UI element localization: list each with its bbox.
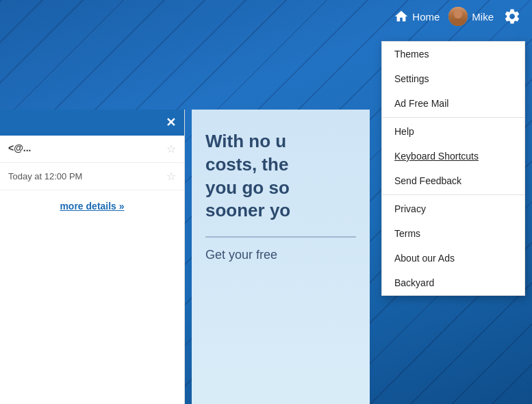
dropdown-item-themes[interactable]: Themes: [382, 42, 524, 66]
dropdown-item-keyboard-shortcuts[interactable]: Keyboard Shortcuts: [382, 144, 524, 168]
main-headline: With no ucosts, theyou go sosooner yo: [205, 130, 356, 223]
dropdown-item-help[interactable]: Help: [382, 119, 524, 144]
home-icon: [394, 9, 409, 24]
gear-icon: [503, 8, 521, 25]
dropdown-item-send-feedback[interactable]: Send Feedback: [382, 168, 524, 193]
more-details-link[interactable]: more details »: [60, 201, 124, 212]
user-menu[interactable]: Mike: [448, 7, 494, 26]
star-icon[interactable]: ☆: [166, 142, 176, 155]
home-label: Home: [412, 11, 440, 23]
user-name-label: Mike: [472, 11, 494, 23]
email-time-label: Today at 12:00 PM: [8, 171, 82, 181]
email-time-row: Today at 12:00 PM ☆: [0, 163, 184, 190]
main-content-area: With no ucosts, theyou go sosooner yo Ge…: [192, 110, 370, 404]
star-icon-2[interactable]: ☆: [166, 170, 176, 183]
settings-dropdown: Themes Settings Ad Free Mail Help Keyboa…: [381, 41, 525, 296]
avatar: [448, 7, 468, 26]
content-subtitle: Get your free: [205, 248, 356, 262]
dropdown-item-privacy[interactable]: Privacy: [382, 197, 524, 221]
dropdown-item-terms[interactable]: Terms: [382, 221, 524, 246]
close-button[interactable]: ✕: [166, 115, 176, 130]
settings-button[interactable]: [503, 7, 522, 26]
more-details-section: more details »: [0, 190, 184, 222]
dropdown-item-about-ads[interactable]: About our Ads: [382, 246, 524, 270]
email-panel: ✕ <@... ☆ Today at 12:00 PM ☆ more detai…: [0, 110, 185, 404]
email-item-from[interactable]: <@... ☆: [0, 136, 184, 163]
dropdown-divider-2: [382, 194, 524, 195]
dropdown-item-settings[interactable]: Settings: [382, 66, 524, 91]
dropdown-divider-1: [382, 117, 524, 118]
dropdown-item-backyard[interactable]: Backyard: [382, 270, 524, 295]
top-navigation: Home Mike: [383, 0, 532, 33]
panel-header: ✕: [0, 110, 184, 136]
home-link[interactable]: Home: [394, 9, 440, 24]
dropdown-item-ad-free-mail[interactable]: Ad Free Mail: [382, 91, 524, 116]
email-from-label: <@...: [8, 142, 31, 153]
content-divider: [205, 236, 356, 238]
